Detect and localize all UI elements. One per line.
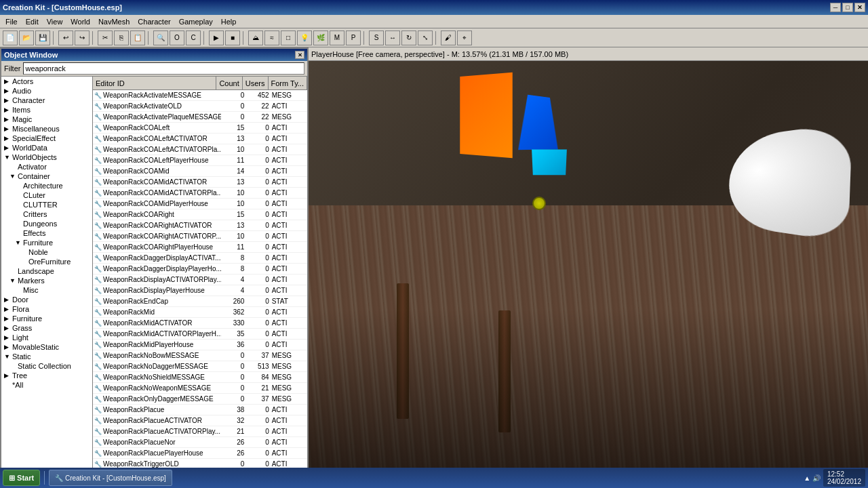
tb-search-btn[interactable]: 🔍 [153, 30, 168, 45]
list-row-16[interactable]: 🔧 WeaponRackDaggerDisplayPlayerHo... 8 0… [93, 264, 307, 274]
tb-scale-btn[interactable]: ⤡ [418, 30, 433, 45]
tb-run-btn[interactable]: ▶ [209, 30, 224, 45]
viewport-canvas[interactable] [309, 61, 868, 473]
list-row-27[interactable]: 🔧 WeaponRackNoWeaponMESSAGE 0 21 MESG [93, 383, 307, 394]
tree-item-14[interactable]: Critters [1, 209, 92, 219]
tree-item-7[interactable]: ▶WorldData [1, 143, 92, 152]
tb-redo-btn[interactable]: ↪ [75, 30, 90, 45]
tb-select-btn[interactable]: ⌖ [457, 30, 472, 45]
list-row-2[interactable]: 🔧 WeaponRackActivatePlaqueMESSAGE 0 22 M… [93, 112, 307, 123]
tb-marker-btn[interactable]: M [330, 30, 344, 45]
list-row-15[interactable]: 🔧 WeaponRackDaggerDisplayACTIVAT... 8 0 … [93, 253, 307, 264]
tb-save-btn[interactable]: 💾 [35, 30, 50, 45]
tb-new-btn[interactable]: 📄 [3, 30, 18, 45]
list-row-33[interactable]: 🔧 WeaponRackPlacuePlayerHouse 26 0 ACTI [93, 448, 307, 459]
tree-item-15[interactable]: Dungeons [1, 219, 92, 228]
tree-item-3[interactable]: ▶Items [1, 105, 92, 115]
tree-item-2[interactable]: ▶Character [1, 96, 92, 105]
tb-paste-btn[interactable]: 📋 [130, 30, 145, 45]
tb-undo-btn[interactable]: ↩ [58, 30, 73, 45]
tree-item-9[interactable]: Activator [1, 162, 92, 171]
maximize-btn[interactable]: □ [842, 3, 853, 12]
tree-item-1[interactable]: ▶Audio [1, 86, 92, 96]
list-row-13[interactable]: 🔧 WeaponRackCOARightACTIVATORP... 10 0 A… [93, 231, 307, 242]
tree-item-21[interactable]: ▼Markers [1, 276, 92, 285]
tree-item-6[interactable]: ▶SpecialEffect [1, 134, 92, 143]
tb-snap-btn[interactable]: S [369, 30, 384, 45]
tb-light-btn[interactable]: 💡 [297, 30, 312, 45]
list-row-4[interactable]: 🔧 WeaponRackCOALeftACTIVATOR 13 0 ACTI [93, 134, 307, 144]
filter-input[interactable] [23, 62, 304, 75]
tb-brush-btn[interactable]: 🖌 [441, 30, 456, 45]
menu-edit[interactable]: Edit [22, 16, 43, 27]
menu-gameplay[interactable]: Gameplay [175, 16, 217, 27]
menu-help[interactable]: Help [217, 16, 241, 27]
taskbar-creation-kit[interactable]: 🔧 Creation Kit - [CustomHouse.esp] [49, 470, 172, 486]
close-btn[interactable]: ✕ [854, 3, 865, 12]
menu-file[interactable]: File [1, 16, 22, 27]
list-row-8[interactable]: 🔧 WeaponRackCOAMidACTIVATOR 13 0 ACTI [93, 177, 307, 188]
menu-navmesh[interactable]: NavMesh [94, 16, 134, 27]
list-row-5[interactable]: 🔧 WeaponRackCOALeftACTIVATORPla... 10 0 … [93, 144, 307, 155]
tree-item-4[interactable]: ▶Magic [1, 115, 92, 124]
list-row-12[interactable]: 🔧 WeaponRackCOARightACTIVATOR 13 0 ACTI [93, 220, 307, 231]
tree-item-31[interactable]: ▶Tree [1, 371, 92, 380]
tree-item-24[interactable]: ▶Flora [1, 304, 92, 314]
tree-item-29[interactable]: ▼Static [1, 352, 92, 361]
col-editor-id[interactable]: Editor ID [93, 77, 216, 89]
list-row-19[interactable]: 🔧 WeaponRackEndCap 260 0 STAT [93, 296, 307, 307]
tb-portal-btn[interactable]: P [346, 30, 361, 45]
tree-item-13[interactable]: CLUTTER [1, 200, 92, 209]
list-row-30[interactable]: 🔧 WeaponRackPlacueACTIVATOR 32 0 ACTI [93, 415, 307, 426]
tree-item-23[interactable]: ▶Door [1, 295, 92, 304]
tb-object-btn[interactable]: O [170, 30, 184, 45]
list-row-7[interactable]: 🔧 WeaponRackCOAMid 14 0 ACTI [93, 166, 307, 177]
minimize-btn[interactable]: ─ [830, 3, 841, 12]
list-row-25[interactable]: 🔧 WeaponRackNoDaggerMESSAGE 0 513 MESG [93, 361, 307, 372]
list-row-28[interactable]: 🔧 WeaponRackOnlyDaggerMESSAGE 0 37 MESG [93, 394, 307, 405]
tb-collision-btn[interactable]: □ [281, 30, 296, 45]
menu-view[interactable]: View [43, 16, 67, 27]
list-row-1[interactable]: 🔧 WeaponRackActivateOLD 0 22 ACTI [93, 101, 307, 112]
col-formtype[interactable]: Form Ty... [269, 77, 308, 89]
tb-copy-btn[interactable]: ⎘ [114, 30, 129, 45]
list-row-24[interactable]: 🔧 WeaponRackNoBowMESSAGE 0 37 MESG [93, 350, 307, 361]
tree-item-30[interactable]: Static Collection [1, 361, 92, 371]
menu-character[interactable]: Character [134, 16, 174, 27]
tb-land-btn[interactable]: ⛰ [248, 30, 263, 45]
tree-item-0[interactable]: ▶Actors [1, 77, 92, 86]
tree-item-19[interactable]: OreFurniture [1, 257, 92, 266]
tb-stop-btn[interactable]: ■ [225, 30, 240, 45]
list-row-21[interactable]: 🔧 WeaponRackMidACTIVATOR 330 0 ACTI [93, 318, 307, 329]
list-row-0[interactable]: 🔧 WeaponRackActivateMESSAGE 0 452 MESG [93, 90, 307, 101]
list-row-10[interactable]: 🔧 WeaponRackCOAMidPlayerHouse 10 0 ACTI [93, 199, 307, 209]
start-button[interactable]: ⊞ Start [3, 470, 40, 486]
tree-item-16[interactable]: Effects [1, 228, 92, 238]
list-row-23[interactable]: 🔧 WeaponRackMidPlayerHouse 36 0 ACTI [93, 340, 307, 350]
tree-item-27[interactable]: ▶Light [1, 333, 92, 342]
list-row-20[interactable]: 🔧 WeaponRackMid 362 0 ACTI [93, 307, 307, 318]
tree-item-26[interactable]: ▶Grass [1, 323, 92, 333]
col-users[interactable]: Users [243, 77, 269, 89]
list-row-9[interactable]: 🔧 WeaponRackCOAMidACTIVATORPla... 10 0 A… [93, 188, 307, 199]
list-row-14[interactable]: 🔧 WeaponRackCOARightPlayerHouse 11 0 ACT… [93, 242, 307, 253]
list-row-32[interactable]: 🔧 WeaponRackPlacueNor 26 0 ACTI [93, 437, 307, 448]
list-row-26[interactable]: 🔧 WeaponRackNoShieldMESSAGE 0 84 MESG [93, 372, 307, 383]
tree-item-5[interactable]: ▶Miscellaneous [1, 124, 92, 134]
list-row-3[interactable]: 🔧 WeaponRackCOALeft 15 0 ACTI [93, 123, 307, 134]
tree-item-25[interactable]: ▶Furniture [1, 314, 92, 323]
tb-grass-btn[interactable]: 🌿 [313, 30, 328, 45]
list-row-17[interactable]: 🔧 WeaponRackDisplayACTIVATORPlay... 4 0 … [93, 274, 307, 285]
tb-open-btn[interactable]: 📂 [19, 30, 34, 45]
list-row-22[interactable]: 🔧 WeaponRackMidACTIVATORPlayerH... 35 0 … [93, 329, 307, 340]
tb-cell-btn[interactable]: C [186, 30, 201, 45]
tree-item-17[interactable]: ▼Furniture [1, 238, 92, 247]
tree-item-32[interactable]: *All [1, 380, 92, 390]
menu-world[interactable]: World [66, 16, 94, 27]
tree-item-28[interactable]: ▶MovableStatic [1, 342, 92, 352]
tb-move-btn[interactable]: ↔ [385, 30, 400, 45]
list-row-29[interactable]: 🔧 WeaponRackPlacue 38 0 ACTI [93, 405, 307, 415]
tree-item-10[interactable]: ▼Container [1, 171, 92, 181]
tree-item-20[interactable]: Landscape [1, 266, 92, 276]
col-count[interactable]: Count [216, 77, 242, 89]
